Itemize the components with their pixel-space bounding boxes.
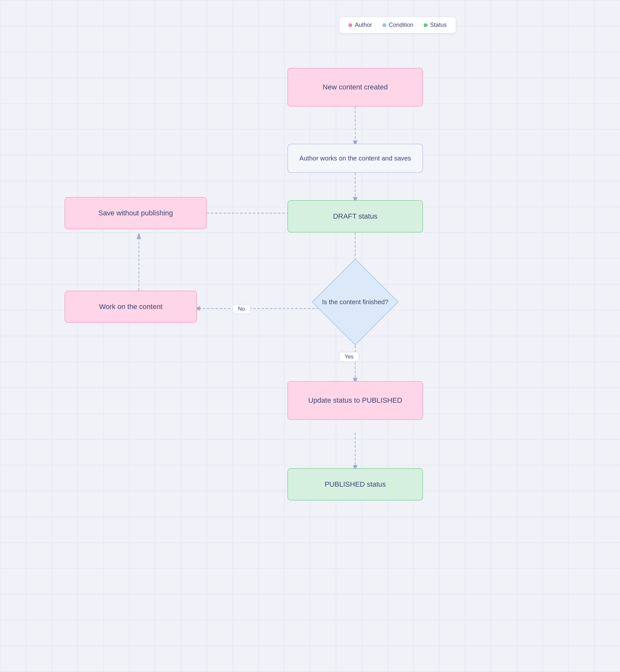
legend-condition: Condition (382, 21, 413, 29)
new-content-label: New content created (323, 83, 388, 91)
draft-status-node: DRAFT status (288, 200, 423, 232)
no-badge: No (232, 304, 251, 314)
yes-label: Yes (345, 354, 354, 360)
update-published-node: Update status to PUBLISHED (288, 381, 423, 420)
legend: Author Condition Status (339, 17, 456, 33)
legend-author: Author (349, 21, 372, 29)
status-dot (424, 23, 427, 27)
legend-status: Status (424, 21, 447, 29)
legend-status-label: Status (430, 21, 447, 29)
update-published-label: Update status to PUBLISHED (308, 396, 402, 405)
draft-status-label: DRAFT status (333, 212, 377, 220)
author-dot (349, 23, 352, 27)
save-without-node: Save without publishing (64, 197, 207, 229)
legend-author-label: Author (355, 21, 372, 29)
is-finished-diamond-wrapper: Is the content finished? (324, 271, 386, 332)
new-content-node: New content created (288, 68, 423, 107)
author-saves-label: Author works on the content and saves (299, 155, 411, 162)
is-finished-label: Is the content finished? (308, 271, 402, 332)
condition-dot (382, 23, 386, 27)
author-saves-node: Author works on the content and saves (288, 144, 423, 173)
yes-badge: Yes (339, 352, 359, 362)
work-on-content-node: Work on the content (64, 291, 197, 323)
legend-condition-label: Condition (389, 21, 413, 29)
save-without-label: Save without publishing (98, 209, 173, 217)
diagram-container: Author Condition Status (0, 0, 620, 672)
published-status-node: PUBLISHED status (288, 468, 423, 501)
work-on-content-label: Work on the content (99, 303, 163, 311)
no-label: No (238, 306, 245, 312)
published-status-label: PUBLISHED status (324, 480, 386, 488)
